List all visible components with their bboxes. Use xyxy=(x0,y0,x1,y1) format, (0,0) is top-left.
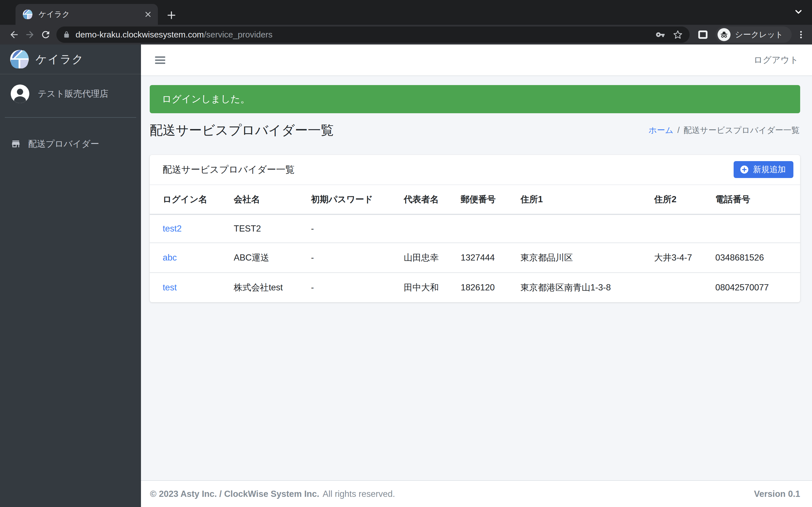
table-header-row: ログイン名 会社名 初期パスワード 代表者名 郵便番号 住所1 住所2 電話番号 xyxy=(150,185,800,214)
url-path: /service_providers xyxy=(204,30,272,40)
breadcrumb-separator: / xyxy=(677,126,680,135)
col-representative: 代表者名 xyxy=(397,185,454,214)
provider-link[interactable]: abc xyxy=(163,252,177,263)
plus-circle-icon xyxy=(740,165,749,174)
address-bar[interactable]: demo-kraku.clockwisesystem.com/service_p… xyxy=(56,26,690,43)
sidebar-item-label: 配送プロバイダー xyxy=(28,138,99,150)
providers-table: ログイン名 会社名 初期パスワード 代表者名 郵便番号 住所1 住所2 電話番号 xyxy=(150,185,800,302)
incognito-badge: シークレット xyxy=(716,26,792,43)
table-cell: ABC運送 xyxy=(227,243,304,273)
table-cell xyxy=(514,214,647,243)
brand-logo-icon xyxy=(10,50,29,68)
col-phone: 電話番号 xyxy=(709,185,800,214)
account-circle-icon xyxy=(11,84,29,103)
table-cell xyxy=(397,214,454,243)
card-title: 配送サービスプロバイダー一覧 xyxy=(163,163,295,176)
breadcrumb-current: 配送サービスプロバイダー一覧 xyxy=(684,125,800,136)
tab-title: ケイラク xyxy=(39,9,138,19)
breadcrumb-home-link[interactable]: ホーム xyxy=(649,125,673,136)
table-cell: 1327444 xyxy=(454,243,514,273)
table-row: abc ABC運送 - 山田忠幸 1327444 東京都品川区 大井3-4-7 … xyxy=(150,243,800,273)
table-cell: - xyxy=(304,273,397,302)
table-cell xyxy=(709,214,800,243)
footer-version: Version 0.1 xyxy=(754,489,800,499)
top-navbar: ログアウト xyxy=(141,45,812,76)
table-cell: 田中大和 xyxy=(397,273,454,302)
chevron-down-icon[interactable] xyxy=(794,7,804,17)
provider-link[interactable]: test xyxy=(163,283,177,292)
footer-copyright: © 2023 Asty Inc. / ClockWise System Inc. xyxy=(150,489,319,499)
footer-rights: All rights reserved. xyxy=(322,489,395,499)
browser-window: ケイラク demo-kraku.clockwisesystem.com/serv… xyxy=(0,0,812,507)
brand-name: ケイラク xyxy=(36,52,84,67)
browser-tab[interactable]: ケイラク xyxy=(15,4,158,25)
table-row: test 株式会社test - 田中大和 1826120 東京都港区南青山1-3… xyxy=(150,273,800,302)
brand-link[interactable]: ケイラク xyxy=(0,45,141,74)
footer: © 2023 Asty Inc. / ClockWise System Inc.… xyxy=(141,480,812,507)
table-cell: - xyxy=(304,214,397,243)
browser-toolbar: demo-kraku.clockwisesystem.com/service_p… xyxy=(0,25,812,45)
col-login: ログイン名 xyxy=(150,185,227,214)
col-password: 初期パスワード xyxy=(304,185,397,214)
add-new-button[interactable]: 新規追加 xyxy=(733,161,794,178)
close-icon[interactable] xyxy=(144,11,152,18)
table-cell: - xyxy=(304,243,397,273)
provider-link[interactable]: test2 xyxy=(163,224,182,233)
store-icon xyxy=(11,139,21,149)
table-cell: 東京都港区南青山1-3-8 xyxy=(514,273,647,302)
success-alert: ログインしました。 xyxy=(150,85,800,113)
reload-icon[interactable] xyxy=(38,27,54,43)
forward-icon[interactable] xyxy=(22,27,38,43)
col-postal: 郵便番号 xyxy=(454,185,514,214)
star-icon[interactable] xyxy=(673,30,683,40)
sidebar: ケイラク テスト販売代理店 xyxy=(0,45,141,507)
col-address2: 住所2 xyxy=(647,185,709,214)
key-icon[interactable] xyxy=(655,30,665,40)
user-panel: テスト販売代理店 xyxy=(0,74,141,117)
table-cell xyxy=(647,273,709,302)
url-host: demo-kraku.clockwisesystem.com xyxy=(75,30,204,40)
table-cell: TEST2 xyxy=(227,214,304,243)
table-cell: 東京都品川区 xyxy=(514,243,647,273)
incognito-icon xyxy=(718,28,730,41)
tab-strip: ケイラク xyxy=(0,0,812,25)
table-cell: 1826120 xyxy=(454,273,514,302)
incognito-label: シークレット xyxy=(735,29,783,40)
logout-link[interactable]: ログアウト xyxy=(754,54,799,66)
user-name: テスト販売代理店 xyxy=(38,88,108,100)
table-cell: 0348681526 xyxy=(709,243,800,273)
table-cell xyxy=(454,214,514,243)
table-cell: 山田忠幸 xyxy=(397,243,454,273)
lock-icon xyxy=(63,31,70,39)
col-company: 会社名 xyxy=(227,185,304,214)
content-area: ログインしました。 配送サービスプロバイダー一覧 ホーム / 配送サービスプロバ… xyxy=(141,76,812,480)
sidebar-item-providers[interactable]: 配送プロバイダー xyxy=(0,132,141,156)
breadcrumb: ホーム / 配送サービスプロバイダー一覧 xyxy=(649,125,800,136)
add-new-label: 新規追加 xyxy=(753,164,786,175)
col-address1: 住所1 xyxy=(514,185,647,214)
favicon xyxy=(23,10,33,19)
new-tab-icon[interactable] xyxy=(166,10,176,20)
sidebar-divider xyxy=(5,117,136,118)
table-row: test2 TEST2 - xyxy=(150,214,800,243)
table-cell: 大井3-4-7 xyxy=(647,243,709,273)
hamburger-menu-icon[interactable] xyxy=(154,54,166,66)
sidebar-menu: 配送プロバイダー xyxy=(0,132,141,156)
side-panel-icon[interactable] xyxy=(695,26,711,43)
table-cell: 08042570077 xyxy=(709,273,800,302)
providers-card: 配送サービスプロバイダー一覧 新規追加 xyxy=(150,155,800,302)
back-icon[interactable] xyxy=(6,27,22,43)
table-cell xyxy=(647,214,709,243)
browser-menu-icon[interactable] xyxy=(796,30,806,40)
table-cell: 株式会社test xyxy=(227,273,304,302)
page-title: 配送サービスプロバイダー一覧 xyxy=(150,122,334,139)
